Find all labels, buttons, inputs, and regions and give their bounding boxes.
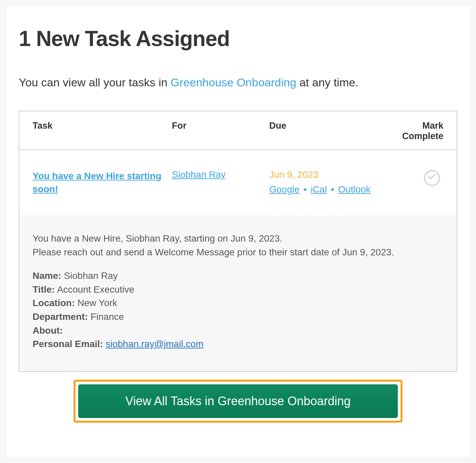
intro-suffix: at any time. — [296, 76, 359, 89]
page-title: 1 New Task Assigned — [19, 26, 457, 51]
checkmark-icon — [427, 172, 437, 184]
task-description: You have a New Hire, Siobhan Ray, starti… — [33, 232, 443, 259]
department-value: Finance — [91, 311, 124, 322]
mark-complete-button[interactable] — [424, 170, 440, 186]
calendar-sep: • — [303, 184, 307, 195]
calendar-google-link[interactable]: Google — [269, 184, 299, 195]
due-date: Jun 9, 2023 — [269, 169, 397, 180]
department-label: Department: — [33, 311, 88, 322]
task-name-link[interactable]: You have a New Hire starting soon! — [33, 171, 161, 194]
desc-line-2: Please reach out and send a Welcome Mess… — [33, 246, 443, 259]
table-row: You have a New Hire starting soon! Siobh… — [19, 150, 457, 215]
intro-text: You can view all your tasks in Greenhous… — [19, 75, 457, 91]
calendar-sep: • — [331, 184, 334, 195]
header-due: Due — [269, 121, 397, 141]
cta-highlight-box: View All Tasks in Greenhouse Onboarding — [74, 380, 402, 423]
header-mark-complete: Mark Complete — [397, 121, 443, 141]
table-header-row: Task For Due Mark Complete — [19, 111, 457, 150]
field-about: About: — [33, 324, 443, 338]
calendar-ical-link[interactable]: iCal — [311, 184, 327, 195]
email-card: 1 New Task Assigned You can view all you… — [6, 6, 470, 457]
field-title: Title: Account Executive — [33, 283, 443, 297]
calendar-links: Google • iCal • Outlook — [269, 184, 397, 195]
intro-prefix: You can view all your tasks in — [19, 76, 171, 89]
field-location: Location: New York — [33, 296, 443, 310]
personal-email-link[interactable]: siobhan.ray@jmail.com — [106, 339, 203, 349]
field-personal-email: Personal Email: siobhan.ray@jmail.com — [33, 337, 443, 351]
name-label: Name: — [33, 270, 61, 281]
task-table: Task For Due Mark Complete You have a Ne… — [19, 111, 457, 372]
desc-line-1: You have a New Hire, Siobhan Ray, starti… — [33, 232, 443, 246]
name-value: Siobhan Ray — [64, 270, 117, 281]
email-label: Personal Email: — [33, 339, 103, 349]
view-all-tasks-button[interactable]: View All Tasks in Greenhouse Onboarding — [78, 384, 398, 418]
about-label: About: — [33, 325, 63, 336]
task-for-link[interactable]: Siobhan Ray — [172, 169, 226, 180]
title-label: Title: — [33, 284, 55, 295]
header-for: For — [172, 121, 269, 141]
header-task: Task — [33, 121, 172, 141]
calendar-outlook-link[interactable]: Outlook — [338, 184, 371, 195]
location-value: New York — [78, 298, 117, 308]
field-department: Department: Finance — [33, 310, 443, 324]
title-value: Account Executive — [57, 284, 134, 295]
location-label: Location: — [33, 298, 75, 308]
field-name: Name: Siobhan Ray — [33, 269, 443, 283]
task-detail-panel: You have a New Hire, Siobhan Ray, starti… — [19, 215, 457, 371]
greenhouse-onboarding-link[interactable]: Greenhouse Onboarding — [171, 76, 296, 89]
